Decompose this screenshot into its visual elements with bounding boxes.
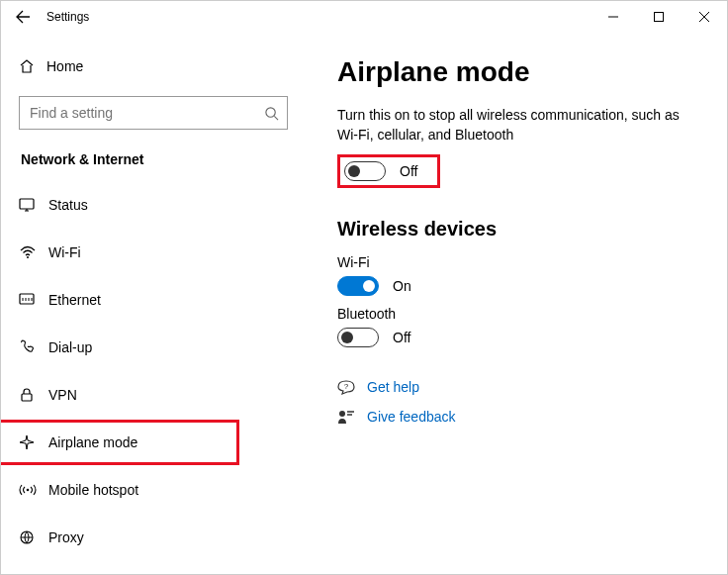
- arrow-left-icon: [15, 9, 31, 25]
- wifi-label: Wi-Fi: [337, 254, 699, 270]
- home-icon: [19, 58, 46, 74]
- svg-point-6: [27, 489, 30, 492]
- get-help-row[interactable]: ? Get help: [337, 379, 699, 395]
- sidebar-item-airplane-mode[interactable]: Airplane mode: [1, 423, 236, 462]
- airplane-mode-toggle[interactable]: [344, 161, 386, 181]
- sidebar-item-label: Airplane mode: [48, 434, 137, 450]
- sidebar-item-dialup[interactable]: Dial-up: [1, 328, 308, 367]
- content-pane: Airplane mode Turn this on to stop all w…: [308, 33, 727, 574]
- minimize-icon: [608, 12, 618, 22]
- sidebar-item-ethernet[interactable]: Ethernet: [1, 280, 308, 320]
- bluetooth-toggle[interactable]: [337, 328, 379, 347]
- dialup-icon: [19, 339, 48, 355]
- wifi-state: On: [393, 278, 411, 294]
- svg-point-3: [27, 256, 29, 258]
- sidebar-item-label: Status: [48, 197, 88, 213]
- bluetooth-state: Off: [393, 330, 410, 345]
- window-controls: [591, 1, 727, 33]
- titlebar: Settings: [1, 1, 727, 33]
- sidebar-item-status[interactable]: Status: [1, 185, 308, 225]
- give-feedback-row[interactable]: Give feedback: [337, 409, 699, 425]
- window-title: Settings: [43, 10, 591, 24]
- status-icon: [19, 198, 48, 212]
- sidebar-item-vpn[interactable]: VPN: [1, 375, 308, 415]
- category-header: Network & Internet: [1, 130, 308, 177]
- minimize-button[interactable]: [591, 1, 636, 33]
- close-icon: [699, 12, 709, 22]
- airplane-toggle-highlight: Off: [337, 154, 440, 188]
- feedback-icon: [337, 409, 355, 425]
- sidebar-item-label: Mobile hotspot: [48, 482, 138, 498]
- hotspot-icon: [19, 482, 48, 498]
- search-box[interactable]: [19, 96, 288, 130]
- svg-rect-5: [22, 394, 32, 401]
- airplane-mode-state: Off: [400, 163, 417, 179]
- get-help-link[interactable]: Get help: [367, 379, 419, 395]
- close-button[interactable]: [682, 1, 727, 33]
- sidebar-item-label: Proxy: [48, 529, 84, 545]
- sidebar-item-label: Wi-Fi: [48, 244, 81, 260]
- give-feedback-link[interactable]: Give feedback: [367, 409, 456, 425]
- sidebar-item-proxy[interactable]: Proxy: [1, 518, 308, 557]
- svg-text:?: ?: [344, 382, 349, 391]
- maximize-icon: [654, 12, 664, 22]
- svg-point-9: [339, 411, 345, 417]
- sidebar-item-mobile-hotspot[interactable]: Mobile hotspot: [1, 470, 308, 510]
- svg-rect-2: [20, 199, 34, 209]
- page-title: Airplane mode: [337, 56, 699, 88]
- sidebar-item-label: VPN: [48, 387, 77, 403]
- airplane-icon: [19, 434, 48, 450]
- home-nav[interactable]: Home: [1, 47, 308, 86]
- sidebar-item-label: Ethernet: [48, 292, 101, 308]
- sidebar-item-wifi[interactable]: Wi-Fi: [1, 233, 308, 272]
- page-description: Turn this on to stop all wireless commun…: [337, 106, 699, 144]
- help-icon: ?: [337, 379, 355, 395]
- proxy-icon: [19, 529, 48, 545]
- wireless-devices-header: Wireless devices: [337, 218, 699, 240]
- home-label: Home: [46, 58, 83, 74]
- back-button[interactable]: [15, 9, 43, 25]
- vpn-icon: [19, 387, 48, 403]
- wifi-icon: [19, 245, 48, 259]
- search-input[interactable]: [30, 105, 264, 121]
- maximize-button[interactable]: [636, 1, 682, 33]
- svg-point-1: [266, 107, 275, 116]
- sidebar: Home Network & Internet Status Wi-Fi: [1, 33, 308, 574]
- search-icon: [264, 106, 279, 121]
- ethernet-icon: [19, 293, 48, 307]
- wifi-toggle[interactable]: [337, 276, 379, 296]
- svg-rect-0: [655, 13, 664, 22]
- bluetooth-label: Bluetooth: [337, 306, 699, 322]
- sidebar-item-label: Dial-up: [48, 339, 92, 355]
